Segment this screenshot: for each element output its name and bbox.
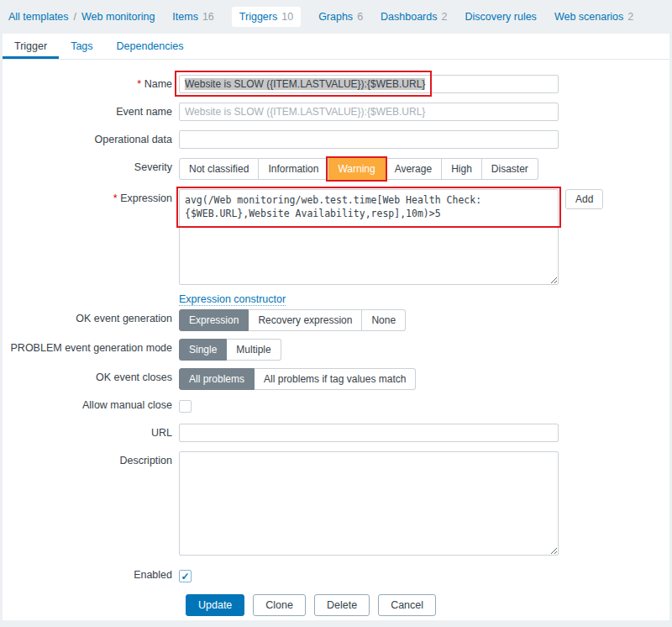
severity-disaster[interactable]: Disaster (482, 158, 538, 180)
severity-warning[interactable]: Warning (328, 158, 385, 180)
nav-item-graphs-count: 6 (357, 11, 363, 23)
expression-constructor-link[interactable]: Expression constructor (179, 293, 286, 306)
nav-item-web-scenarios[interactable]: Web scenarios 2 (554, 11, 633, 23)
severity-not-classified[interactable]: Not classified (179, 158, 259, 180)
problem-event-mode-label: PROBLEM event generation mode (3, 339, 179, 354)
ok-event-generation-none[interactable]: None (362, 309, 406, 331)
trigger-form-panel: Trigger Tags Dependencies * Name Website… (3, 34, 669, 620)
row-operational-data: Operational data (3, 130, 669, 149)
row-event-name: Event name (3, 103, 669, 121)
expression-label: * Expression (3, 189, 179, 204)
checkmark-icon: ✓ (181, 572, 189, 582)
operational-data-input[interactable] (179, 130, 559, 149)
row-problem-event-mode: PROBLEM event generation mode Single Mul… (3, 339, 669, 361)
nav-item-dashboards-count: 2 (441, 11, 447, 23)
problem-event-mode-multiple[interactable]: Multiple (227, 339, 281, 361)
breadcrumb-separator: / (74, 11, 76, 23)
ok-event-generation-expression[interactable]: Expression (179, 309, 249, 331)
nav-item-graphs-label[interactable]: Graphs (318, 11, 353, 23)
allow-manual-close-checkbox[interactable] (179, 400, 192, 413)
url-label: URL (3, 424, 179, 439)
nav-item-dashboards-label[interactable]: Dashboards (381, 11, 437, 23)
template-navbar: All templates / Web monitoring Items 16 … (0, 0, 672, 34)
ok-event-closes-tag-match[interactable]: All problems if tag values match (255, 368, 416, 390)
ok-event-generation-options: Expression Recovery expression None (179, 309, 406, 331)
description-textarea[interactable] (179, 451, 559, 556)
form-footer: Update Clone Delete Cancel (186, 594, 669, 616)
operational-data-label: Operational data (3, 130, 179, 145)
delete-button[interactable]: Delete (314, 594, 370, 616)
nav-item-triggers-count: 10 (281, 11, 293, 23)
row-expression: * Expression avg(/Web monitoring/web.tes… (3, 189, 669, 306)
nav-item-items[interactable]: Items 16 (172, 11, 213, 23)
allow-manual-close-label: Allow manual close (3, 398, 179, 411)
nav-item-triggers[interactable]: Triggers 10 (232, 7, 301, 27)
required-asterisk: * (137, 78, 141, 90)
expression-add-button[interactable]: Add (565, 189, 603, 209)
severity-high[interactable]: High (442, 158, 482, 180)
row-name: * Name Website is SLOW ({ITEM.LASTVALUE}… (3, 75, 669, 93)
nav-item-discovery-rules[interactable]: Discovery rules (465, 11, 536, 23)
url-input[interactable] (179, 424, 559, 442)
row-severity: Severity Not classified Information Warn… (3, 158, 669, 180)
update-button[interactable]: Update (186, 594, 244, 616)
row-ok-event-generation: OK event generation Expression Recovery … (3, 309, 669, 331)
tab-tags[interactable]: Tags (59, 34, 104, 59)
nav-item-triggers-label[interactable]: Triggers (239, 11, 277, 23)
problem-event-mode-options: Single Multiple (179, 339, 281, 361)
name-input-selected-text: Website is SLOW ({ITEM.LASTVALUE}):{$WEB… (185, 78, 425, 90)
ok-event-closes-label: OK event closes (3, 368, 179, 383)
row-allow-manual-close: Allow manual close (3, 398, 669, 413)
severity-information[interactable]: Information (259, 158, 328, 180)
nav-item-web-scenarios-label[interactable]: Web scenarios (554, 11, 623, 23)
event-name-label: Event name (3, 103, 179, 118)
clone-button[interactable]: Clone (253, 594, 306, 616)
nav-item-graphs[interactable]: Graphs 6 (318, 11, 363, 23)
ok-event-generation-recovery-expression[interactable]: Recovery expression (249, 309, 362, 331)
row-enabled: Enabled ✓ (3, 567, 669, 582)
row-description: Description (3, 451, 669, 558)
description-label: Description (3, 451, 179, 466)
ok-event-closes-options: All problems All problems if tag values … (179, 368, 416, 390)
row-url: URL (3, 424, 669, 442)
enabled-checkbox[interactable]: ✓ (179, 570, 192, 582)
tab-dependencies[interactable]: Dependencies (105, 34, 196, 59)
ok-event-closes-all-problems[interactable]: All problems (179, 368, 255, 390)
breadcrumb-web-monitoring[interactable]: Web monitoring (81, 11, 155, 23)
trigger-tabs: Trigger Tags Dependencies (3, 34, 669, 60)
nav-item-web-scenarios-count: 2 (627, 11, 633, 23)
nav-item-dashboards[interactable]: Dashboards 2 (381, 11, 447, 23)
breadcrumb: All templates / Web monitoring (8, 11, 155, 23)
breadcrumb-all-templates[interactable]: All templates (8, 11, 69, 23)
tab-trigger[interactable]: Trigger (3, 34, 59, 59)
event-name-input[interactable] (179, 103, 559, 121)
nav-item-items-count: 16 (202, 11, 214, 23)
name-label: * Name (3, 75, 179, 90)
trigger-form: * Name Website is SLOW ({ITEM.LASTVALUE}… (3, 60, 669, 616)
ok-event-generation-label: OK event generation (3, 309, 179, 324)
nav-item-items-label[interactable]: Items (172, 11, 198, 23)
expression-textarea[interactable]: avg(/Web monitoring/web.test.time[Web He… (179, 189, 559, 285)
cancel-button[interactable]: Cancel (378, 594, 436, 616)
name-input[interactable]: Website is SLOW ({ITEM.LASTVALUE}):{$WEB… (179, 75, 559, 93)
enabled-label: Enabled (3, 567, 179, 581)
severity-average[interactable]: Average (386, 158, 442, 180)
severity-options: Not classified Information Warning Avera… (179, 158, 538, 180)
problem-event-mode-single[interactable]: Single (179, 339, 227, 361)
row-ok-event-closes: OK event closes All problems All problem… (3, 368, 669, 390)
nav-item-discovery-rules-label[interactable]: Discovery rules (465, 11, 536, 23)
severity-label: Severity (3, 158, 179, 173)
required-asterisk: * (113, 192, 118, 204)
